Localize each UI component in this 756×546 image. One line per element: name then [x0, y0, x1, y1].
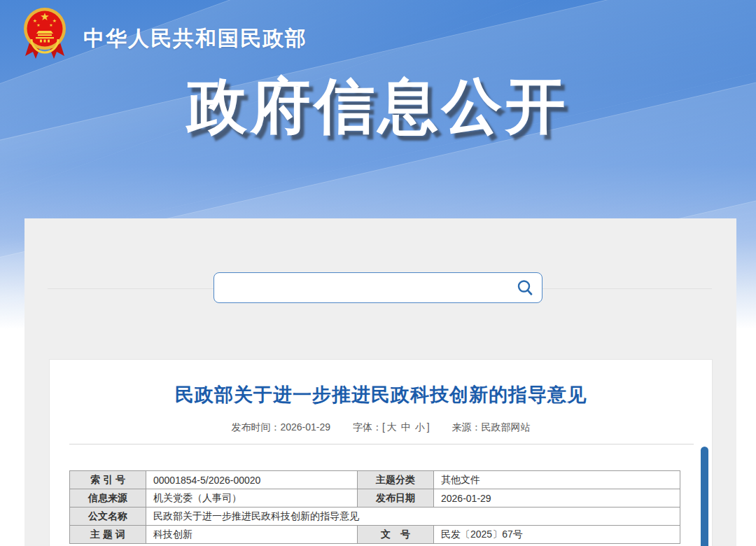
publish-time: 发布时间：2026-01-29 [231, 421, 330, 433]
source-label: 来源： [452, 421, 482, 433]
site-brand: ★ ★ ★ ★ ★ 中华人民共和国民政部 [23, 6, 307, 62]
svg-text:★: ★ [52, 18, 57, 24]
publish-date-value: 2026-01-29 [434, 489, 680, 507]
font-size-large[interactable]: 大 [387, 421, 397, 433]
table-row: 主 题 词 科技创新 文 号 民发〔2025〕67号 [70, 526, 680, 544]
document-info-table: 索 引 号 00001854-5/2026-00020 主题分类 其他文件 信息… [69, 470, 680, 544]
article-meta: 发布时间：2026-01-29 字体：[大中小] 来源：民政部网站 [50, 421, 712, 434]
font-size-small[interactable]: 小 [415, 421, 425, 433]
document-name-value: 民政部关于进一步推进民政科技创新的指导意见 [146, 507, 680, 526]
font-size-control: 字体：[大中小] [353, 421, 430, 433]
keywords-value: 科技创新 [146, 526, 358, 544]
search-input[interactable] [214, 273, 508, 302]
table-row: 信息来源 机关党委（人事司） 发布日期 2026-01-29 [70, 489, 680, 507]
search-icon [516, 279, 534, 297]
national-emblem-icon: ★ ★ ★ ★ ★ [23, 6, 66, 62]
article-scrollbar[interactable] [701, 447, 708, 546]
publish-time-value: 2026-01-29 [280, 421, 330, 433]
table-row: 公文名称 民政部关于进一步推进民政科技创新的指导意见 [70, 507, 680, 526]
document-name-label: 公文名称 [70, 507, 146, 526]
bracket-open: [ [382, 421, 385, 433]
svg-text:★: ★ [36, 22, 40, 27]
info-source-label: 信息来源 [70, 489, 146, 507]
font-size-label: 字体： [353, 421, 382, 433]
publish-date-label: 发布日期 [358, 489, 434, 507]
doc-number-value: 民发〔2025〕67号 [434, 526, 680, 544]
publish-time-label: 发布时间： [231, 421, 280, 433]
article-title: 民政部关于进一步推进民政科技创新的指导意见 [78, 382, 684, 407]
topic-category-value: 其他文件 [434, 471, 680, 489]
info-source-value: 机关党委（人事司） [146, 489, 358, 507]
search-bar [214, 272, 542, 303]
content-panel: 民政部关于进一步推进民政科技创新的指导意见 发布时间：2026-01-29 字体… [24, 218, 736, 546]
svg-text:★: ★ [49, 22, 52, 27]
font-size-medium[interactable]: 中 [401, 421, 411, 433]
article-source: 来源：民政部网站 [452, 421, 531, 433]
index-number-label: 索 引 号 [70, 471, 146, 489]
index-number-value: 00001854-5/2026-00020 [146, 471, 358, 489]
search-button[interactable] [508, 273, 542, 302]
bracket-close: ] [427, 421, 430, 433]
page-title: 政府信息公开 [0, 66, 756, 148]
table-row: 索 引 号 00001854-5/2026-00020 主题分类 其他文件 [70, 471, 680, 489]
card-divider-line [69, 444, 694, 444]
article-card: 民政部关于进一步推进民政科技创新的指导意见 发布时间：2026-01-29 字体… [49, 359, 713, 546]
source-value: 民政部网站 [482, 421, 531, 433]
doc-number-label: 文 号 [358, 526, 434, 544]
site-name: 中华人民共和国民政部 [83, 24, 307, 53]
topic-category-label: 主题分类 [358, 471, 434, 489]
svg-text:★: ★ [40, 10, 49, 23]
keywords-label: 主 题 词 [70, 526, 146, 544]
